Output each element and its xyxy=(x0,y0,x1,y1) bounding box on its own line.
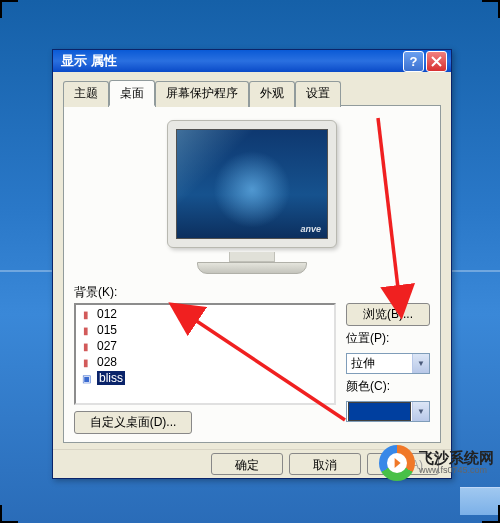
list-item[interactable]: ▮015 xyxy=(77,322,333,338)
site-watermark: 飞沙系统网 www.fs0745.com xyxy=(379,445,494,481)
list-item[interactable]: ▮027 xyxy=(77,338,333,354)
file-icon: ▮ xyxy=(79,357,93,368)
list-item-label: 028 xyxy=(97,355,117,369)
list-item-label: 012 xyxy=(97,307,117,321)
crop-mark xyxy=(0,0,2,18)
cancel-button[interactable]: 取消 xyxy=(289,453,361,475)
position-value: 拉伸 xyxy=(347,355,412,372)
monitor-screen: anve xyxy=(176,129,328,239)
tab-screensaver[interactable]: 屏幕保护程序 xyxy=(155,81,249,107)
list-item-label: 027 xyxy=(97,339,117,353)
background-label: 背景(K): xyxy=(74,284,336,301)
list-item[interactable]: ▮012 xyxy=(77,306,333,322)
list-item[interactable]: ▣bliss xyxy=(77,370,333,386)
color-swatch xyxy=(348,402,411,421)
position-select[interactable]: 拉伸 ▼ xyxy=(346,353,430,374)
tab-settings[interactable]: 设置 xyxy=(295,81,341,107)
monitor-foot xyxy=(197,262,307,274)
color-select[interactable]: ▼ xyxy=(346,401,430,422)
tab-appearance[interactable]: 外观 xyxy=(249,81,295,107)
ok-button[interactable]: 确定 xyxy=(211,453,283,475)
monitor-preview: anve xyxy=(74,120,430,274)
desktop-taskbar-fragment xyxy=(460,487,500,515)
file-icon: ▮ xyxy=(79,341,93,352)
position-label: 位置(P): xyxy=(346,330,430,347)
chevron-down-icon: ▼ xyxy=(412,402,429,421)
titlebar[interactable]: 显示 属性 ? xyxy=(53,50,451,72)
bitmap-icon: ▣ xyxy=(79,373,93,384)
help-button[interactable]: ? xyxy=(403,51,424,72)
list-item-label: 015 xyxy=(97,323,117,337)
close-icon xyxy=(431,56,442,67)
color-label: 颜色(C): xyxy=(346,378,430,395)
list-item-label: bliss xyxy=(97,371,125,385)
tab-theme[interactable]: 主题 xyxy=(63,81,109,107)
crop-mark xyxy=(0,0,18,2)
browse-button[interactable]: 浏览(B)... xyxy=(346,303,430,326)
monitor-stand xyxy=(229,252,275,262)
window-title: 显示 属性 xyxy=(61,52,401,70)
tabstrip: 主题 桌面 屏幕保护程序 外观 设置 xyxy=(63,80,441,106)
background-listbox[interactable]: ▮012▮015▮027▮028▣bliss xyxy=(74,303,336,405)
file-icon: ▮ xyxy=(79,309,93,320)
monitor-logo: anve xyxy=(300,224,321,234)
watermark-url: www.fs0745.com xyxy=(419,466,494,476)
customize-desktop-button[interactable]: 自定义桌面(D)... xyxy=(74,411,192,434)
close-button[interactable] xyxy=(426,51,447,72)
watermark-name: 飞沙系统网 xyxy=(419,450,494,467)
dialog-client: 主题 桌面 屏幕保护程序 外观 设置 anve xyxy=(53,72,451,449)
desktop-panel: anve 背景(K): ▮012▮015▮027▮028▣bliss 自定义桌面… xyxy=(63,105,441,443)
display-properties-dialog: 显示 属性 ? 主题 桌面 屏幕保护程序 外观 设置 anve xyxy=(52,49,452,479)
monitor-bezel: anve xyxy=(167,120,337,248)
crop-mark xyxy=(0,505,2,523)
tab-desktop[interactable]: 桌面 xyxy=(109,80,155,106)
background-section: 背景(K): ▮012▮015▮027▮028▣bliss 自定义桌面(D)..… xyxy=(74,284,430,434)
chevron-down-icon: ▼ xyxy=(412,354,429,373)
watermark-logo-icon xyxy=(379,445,415,481)
file-icon: ▮ xyxy=(79,325,93,336)
list-item[interactable]: ▮028 xyxy=(77,354,333,370)
